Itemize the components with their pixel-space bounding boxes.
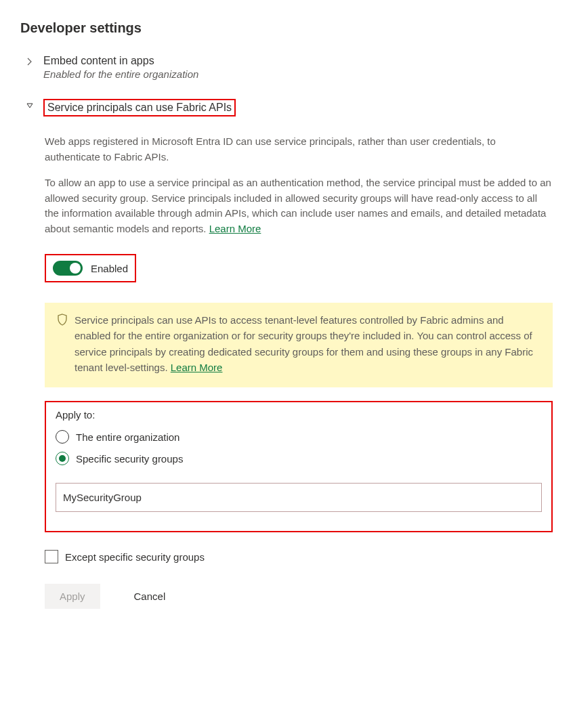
- checkbox-label: Except specific security groups: [65, 551, 205, 563]
- button-row: Apply Cancel: [45, 584, 553, 609]
- info-banner: Service principals can use APIs to acces…: [45, 303, 553, 387]
- apply-button[interactable]: Apply: [45, 584, 100, 609]
- toggle-label: Enabled: [91, 263, 128, 274]
- caret-down-icon: [26, 102, 34, 110]
- learn-more-link[interactable]: Learn More: [209, 223, 261, 234]
- toggle-enabled-highlight: Enabled: [45, 254, 136, 282]
- setting-title: Embed content in apps: [43, 55, 198, 67]
- radio-specific-groups[interactable]: Specific security groups: [56, 452, 542, 465]
- setting-title-highlighted: Service principals can use Fabric APIs: [43, 99, 236, 116]
- checkbox-icon: [45, 550, 58, 563]
- setting-embed-content[interactable]: Embed content in apps Enabled for the en…: [20, 55, 553, 80]
- description-text-1: Web apps registered in Microsoft Entra I…: [45, 134, 553, 165]
- except-checkbox-row[interactable]: Except specific security groups: [45, 550, 553, 563]
- description-text-2: To allow an app to use a service princip…: [45, 175, 553, 236]
- cancel-button[interactable]: Cancel: [119, 584, 181, 609]
- setting-subtitle: Enabled for the entire organization: [43, 68, 198, 80]
- caret-right-icon: [26, 58, 34, 66]
- section-title: Developer settings: [20, 20, 553, 36]
- learn-more-link-banner[interactable]: Learn More: [171, 362, 223, 373]
- apply-to-label: Apply to:: [56, 409, 542, 421]
- security-group-input[interactable]: [56, 483, 542, 512]
- shield-icon: [57, 314, 68, 328]
- apply-to-section-highlight: Apply to: The entire organization Specif…: [45, 401, 553, 532]
- radio-icon: [56, 430, 69, 444]
- expanded-content: Web apps registered in Microsoft Entra I…: [20, 134, 553, 609]
- radio-label: The entire organization: [76, 431, 179, 443]
- radio-label: Specific security groups: [76, 453, 183, 465]
- enabled-toggle[interactable]: [53, 261, 83, 276]
- radio-entire-org[interactable]: The entire organization: [56, 430, 542, 444]
- radio-icon-selected: [56, 452, 69, 465]
- setting-service-principals[interactable]: Service principals can use Fabric APIs: [20, 99, 553, 116]
